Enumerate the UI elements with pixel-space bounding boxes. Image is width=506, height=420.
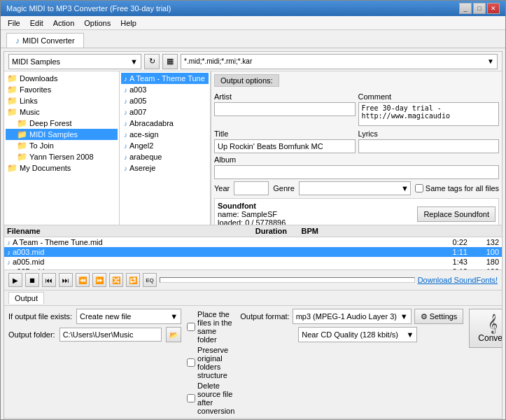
music-note-icon: ♪ — [124, 108, 127, 116]
format-dropdown[interactable]: mp3 (MPEG-1 Audio Layer 3) ▼ — [293, 309, 412, 324]
create-new-file-dropdown[interactable]: Create new file ▼ — [76, 309, 181, 324]
same-tags-checkbox[interactable] — [415, 184, 423, 192]
shuffle-button[interactable]: 🔀 — [109, 273, 123, 287]
format-text: mp3 (MPEG-1 Audio Layer 3) — [296, 312, 397, 321]
minimize-button[interactable]: _ — [459, 3, 472, 14]
folder-icon: 📁 — [17, 118, 27, 128]
delete-source-checkbox[interactable] — [187, 394, 195, 402]
play-button[interactable]: ▶ — [8, 273, 22, 287]
same-tags-label[interactable]: Same tags for all files — [415, 184, 499, 192]
preview-item[interactable]: ♪ Angel2 — [121, 140, 209, 151]
place-same-folder-checkbox[interactable] — [187, 323, 195, 331]
tree-item-yann[interactable]: 📁 Yann Tiersen 2008 — [6, 151, 118, 162]
quality-dropdown[interactable]: Near CD Quality (128 kbit/s) ▼ — [298, 327, 417, 342]
tree-item-downloads[interactable]: 📁 Downloads — [6, 73, 118, 84]
title-bar-controls: _ □ ✕ — [459, 3, 500, 14]
tab-midi-converter[interactable]: ♪ MIDI Converter — [6, 33, 84, 48]
folder-dropdown[interactable]: MIDI Samples ▼ — [8, 54, 141, 69]
tree-item-tojoin[interactable]: 📁 To Join — [6, 140, 118, 151]
tree-item-midisamples[interactable]: 📁 MIDI Samples — [6, 129, 118, 140]
maximize-button[interactable]: □ — [473, 3, 486, 14]
music-note-icon: ♪ — [124, 164, 127, 172]
format-column: Output format: mp3 (MPEG-1 Audio Layer 3… — [240, 309, 463, 342]
settings-gear-icon: ⚙ — [421, 312, 428, 321]
close-button[interactable]: ✕ — [487, 3, 500, 14]
comment-label: Comment — [358, 92, 500, 101]
output-left: If output file exists: Create new file ▼… — [8, 309, 181, 342]
preview-item[interactable]: ♪ A Team - Theme Tune — [121, 73, 209, 84]
music-note-icon: ♪ — [7, 239, 10, 246]
preview-item[interactable]: ♪ a005 — [121, 95, 209, 106]
player-slider[interactable] — [160, 277, 415, 283]
tree-item-links[interactable]: 📁 Links — [6, 95, 118, 106]
tree-item-music[interactable]: 📁 Music — [6, 106, 118, 118]
genre-dropdown[interactable]: ▼ — [299, 181, 411, 195]
filter-dropdown[interactable]: *.mid;*.midi;*.rmi;*.kar ▼ — [181, 54, 498, 69]
folder-combo-arrow: ▼ — [130, 57, 138, 66]
menu-options[interactable]: Options — [80, 18, 115, 29]
browse-folder-button[interactable]: 📂 — [166, 327, 181, 342]
col-header-duration: Duration — [248, 227, 287, 235]
music-note-icon: ♪ — [124, 131, 127, 139]
output-folder-label: Output folder: — [8, 330, 55, 339]
output-tab[interactable]: Output — [8, 292, 44, 304]
menu-edit[interactable]: Edit — [26, 18, 48, 29]
fwd-button[interactable]: ⏩ — [92, 273, 106, 287]
folder-tree-inner[interactable]: 📁 Downloads 📁 Favorites 📁 Links 📁 Music — [4, 71, 119, 225]
rew-button[interactable]: ⏪ — [76, 273, 90, 287]
settings-button[interactable]: ⚙ Settings — [414, 309, 464, 324]
preview-item[interactable]: ♪ Asereje — [121, 162, 209, 174]
quality-row: Near CD Quality (128 kbit/s) ▼ — [240, 327, 463, 342]
preview-item[interactable]: ♪ a007 — [121, 106, 209, 118]
file-row[interactable]: ♪ a003.mid 1:11 100 — [4, 247, 502, 257]
download-soundfonts-link[interactable]: Download SoundFonts! — [418, 276, 498, 284]
if-output-row: If output file exists: Create new file ▼ — [8, 309, 181, 324]
eq-button[interactable]: EQ — [143, 273, 157, 287]
filter-arrow: ▼ — [487, 57, 494, 65]
output-options-tab[interactable]: Output options: — [214, 74, 279, 87]
preview-item[interactable]: ♪ arabeque — [121, 151, 209, 162]
output-format-label: Output format: — [240, 312, 289, 321]
title-label: Title — [214, 130, 356, 138]
delete-source-label[interactable]: Delete source file after conversion — [187, 382, 234, 415]
tab-music-icon: ♪ — [15, 36, 20, 46]
menu-action[interactable]: Action — [49, 18, 79, 29]
preview-item[interactable]: ♪ Abracadabra — [121, 118, 209, 129]
tab-label: MIDI Converter — [22, 36, 75, 45]
preserve-folders-checkbox[interactable] — [187, 358, 195, 367]
preserve-folders-label[interactable]: Preserve original folders structure — [187, 346, 234, 379]
top-split-area: 📁 Downloads 📁 Favorites 📁 Links 📁 Music — [4, 71, 502, 225]
place-same-folder-label[interactable]: Place the files in the same folder — [187, 310, 234, 344]
menu-bar: File Edit Action Options Help — [1, 16, 505, 30]
repeat-button[interactable]: 🔁 — [126, 273, 140, 287]
artist-input[interactable] — [214, 102, 356, 116]
tree-item-deepforest[interactable]: 📁 Deep Forest — [6, 118, 118, 129]
file-list[interactable]: ♪ A Team - Theme Tune.mid 0:22 132 ♪ a00… — [4, 237, 502, 270]
place-same-folder-text: Place the files in the same folder — [197, 310, 234, 344]
lyrics-input[interactable] — [358, 139, 500, 153]
title-input[interactable] — [214, 139, 356, 153]
album-input[interactable] — [214, 165, 499, 179]
prev-button[interactable]: ⏮ — [42, 273, 56, 287]
refresh-button[interactable]: ↻ — [144, 54, 160, 69]
preview-item[interactable]: ♪ a003 — [121, 84, 209, 95]
convert-button[interactable]: 𝄞 Convert — [469, 309, 502, 348]
folder-icon: 📁 — [17, 130, 27, 139]
file-row[interactable]: ♪ A Team - Theme Tune.mid 0:22 132 — [4, 237, 502, 247]
comment-input[interactable]: Free 30-day trial - http://www.magicaudi… — [358, 102, 500, 126]
next-button[interactable]: ⏭ — [59, 273, 73, 287]
file-row[interactable]: ♪ a005.mid 1:43 180 — [4, 257, 502, 267]
menu-help[interactable]: Help — [116, 18, 141, 29]
tree-item-mydocs[interactable]: 📁 My Documents — [6, 162, 118, 174]
album-label: Album — [214, 155, 499, 164]
tree-item-favorites[interactable]: 📁 Favorites — [6, 84, 118, 95]
stop-button[interactable]: ⏹ — [25, 273, 39, 287]
player-section: ▶ ⏹ ⏮ ⏭ ⏪ ⏩ 🔀 🔁 EQ Download SoundFonts! — [4, 270, 502, 290]
convert-music-icon: 𝄞 — [488, 314, 498, 333]
view-button[interactable]: ▦ — [162, 54, 178, 69]
replace-soundfont-button[interactable]: Replace Soundfont — [417, 206, 496, 222]
preview-item[interactable]: ♪ ace-sign — [121, 129, 209, 140]
year-input[interactable] — [234, 181, 269, 195]
music-note-icon: ♪ — [124, 120, 127, 127]
menu-file[interactable]: File — [3, 18, 24, 29]
